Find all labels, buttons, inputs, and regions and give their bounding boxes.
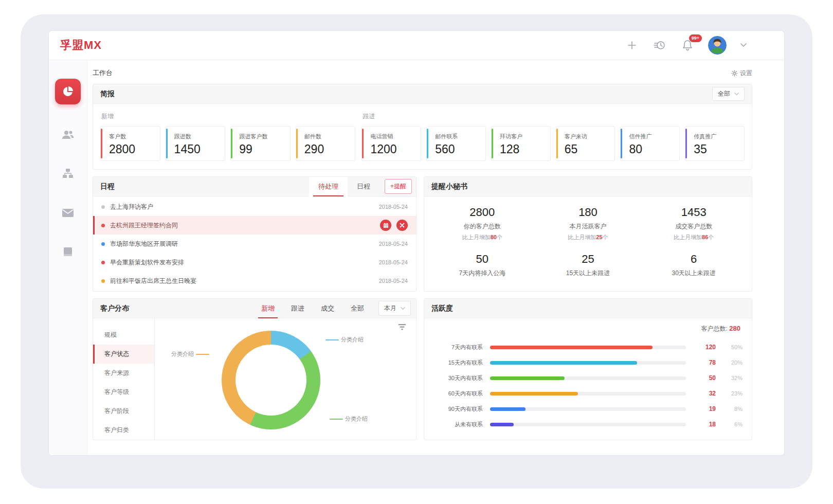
briefing-filter-dropdown[interactable]: 全部	[712, 87, 745, 101]
activity-row: 15天内有联系 78 20%	[433, 355, 743, 370]
customer-total: 客户总数: 280	[436, 325, 740, 333]
bar-fill	[490, 407, 526, 411]
tab-pending[interactable]: 待处理	[309, 177, 348, 196]
menu-item-customer-stage[interactable]: 客户阶段	[93, 402, 154, 421]
sidebar-item-mail[interactable]	[59, 204, 77, 222]
sidebar-item-dashboard[interactable]	[55, 79, 81, 104]
distribution-tabs: 新增 跟进 成交 全部	[253, 299, 372, 318]
add-reminder-button[interactable]: +提醒	[385, 179, 412, 194]
bar-fill	[490, 423, 514, 426]
history-icon[interactable]	[653, 38, 667, 52]
workbench-bar: 工作台 设置	[93, 66, 752, 80]
activity-row: 30天内有联系 50 32%	[433, 370, 743, 386]
distribution-panel: 客户分布 新增 跟进 成交 全部 本月	[93, 298, 416, 440]
activity-chart: 客户总数: 280 7天内有联系 120 50% 15天内有联系 78	[424, 318, 752, 435]
period-dropdown[interactable]: 本月	[378, 301, 411, 316]
donut-chart-area: 分类介绍 分类介绍 分类介绍	[155, 318, 416, 440]
topbar-actions: 99+	[625, 36, 747, 55]
schedule-tabs: 待处理 日程	[309, 177, 379, 196]
pie-chart-icon	[62, 85, 74, 98]
donut-chart	[222, 331, 320, 429]
dismiss-action-icon[interactable]	[396, 220, 408, 231]
menu-item-customer-status[interactable]: 客户状态	[93, 345, 154, 364]
bar-track	[490, 407, 686, 411]
status-dot	[101, 205, 105, 209]
sidebar-item-organization[interactable]	[59, 165, 77, 183]
bar-fill	[490, 376, 565, 380]
reminder-stat-public-pool: 50 7天内将掉入公海	[429, 253, 535, 280]
tab-new[interactable]: 新增	[253, 299, 283, 318]
stat-card-customers[interactable]: 客户数 2800	[100, 126, 160, 161]
group-label: 新增	[101, 112, 354, 121]
menu-item-scale[interactable]: 规模	[93, 326, 154, 345]
briefing-panel: 简报 全部 新增 客户数 2800	[93, 84, 752, 170]
sidebar-item-customers[interactable]	[59, 126, 77, 143]
reminder-stat-deal-customers: 1453 成交客户总数 比上月增加86个	[641, 206, 747, 241]
gear-icon	[731, 70, 738, 77]
distribution-menu: 规模 客户状态 客户来源 客户等级 客户阶段 客户归类	[93, 318, 155, 440]
briefing-title: 简报	[100, 89, 115, 99]
activity-title: 活跃度	[431, 304, 453, 313]
schedule-list: 去上海拜访客户 2018-05-24 去杭州跟王经理签约合同	[93, 196, 416, 291]
period-value: 本月	[384, 304, 396, 313]
reminder-stat-30days: 6 30天以上未跟进	[641, 253, 747, 280]
stat-card-followup-customers[interactable]: 跟进客户数 99	[230, 126, 291, 161]
sidebar-item-documents[interactable]	[59, 243, 77, 261]
bar-track	[490, 376, 686, 380]
stat-card-customer-visits[interactable]: 客户来访 65	[556, 126, 615, 161]
notification-badge: 99+	[689, 34, 702, 42]
schedule-title: 日程	[100, 182, 115, 191]
app-logo: 孚盟MX	[60, 38, 102, 53]
schedule-item[interactable]: 早会重新策划软件发布安排 2018-05-24	[93, 253, 416, 272]
briefing-group-new: 新增 客户数 2800 跟进数 1450	[100, 109, 355, 161]
donut-label-green: 分类介绍	[330, 415, 368, 423]
user-menu-chevron-icon[interactable]	[740, 38, 747, 52]
activity-panel: 活跃度 客户总数: 280 7天内有联系 120 50%	[424, 298, 752, 440]
activity-row: 60天内有联系 32 23%	[433, 386, 743, 401]
topbar: 孚盟MX 99+	[49, 31, 784, 60]
mail-icon	[62, 208, 74, 218]
schedule-panel: 日程 待处理 日程 +提醒 去上海拜访客户 2018-05-24	[93, 176, 416, 292]
group-label: 跟进	[363, 112, 744, 121]
sidebar	[49, 60, 87, 455]
distribution-title: 客户分布	[100, 304, 129, 313]
menu-item-customer-category[interactable]: 客户归类	[93, 421, 154, 440]
sitemap-icon	[62, 168, 74, 180]
stat-card-visits[interactable]: 拜访客户 128	[491, 126, 551, 161]
schedule-item[interactable]: 市场部华东地区开展调研 2018-05-24	[93, 235, 416, 253]
bar-fill	[490, 361, 637, 365]
filter-funnel-icon[interactable]	[397, 323, 407, 331]
schedule-item[interactable]: 去上海拜访客户 2018-05-24	[93, 197, 416, 216]
stat-card-followups[interactable]: 跟进数 1450	[166, 126, 226, 161]
settings-button[interactable]: 设置	[731, 69, 752, 78]
schedule-item[interactable]: 前往和平饭店出席王总生日晚宴 2018-05-24	[93, 272, 416, 290]
add-button[interactable]	[625, 38, 639, 52]
status-dot	[101, 242, 105, 246]
tab-deal[interactable]: 成交	[313, 299, 342, 318]
tab-all[interactable]: 全部	[342, 299, 372, 318]
activity-row: 7天内有联系 120 50%	[433, 339, 743, 355]
reminder-stat-active-customers: 180 本月活跃客户 比上月增加25个	[535, 206, 641, 241]
reminder-stats: 2800 你的客户总数 比上月增加80个 180 本月活跃客户 比上月增加25个…	[424, 196, 752, 285]
schedule-item-selected[interactable]: 去杭州跟王经理签约合同	[93, 216, 416, 235]
notifications-bell-icon[interactable]: 99+	[680, 38, 695, 52]
user-avatar[interactable]	[708, 36, 727, 55]
stat-card-fax-promo[interactable]: 传真推广 35	[685, 126, 745, 161]
bar-fill	[490, 346, 653, 349]
chevron-down-icon	[401, 307, 405, 310]
bar-fill	[490, 392, 578, 395]
bar-track	[490, 346, 686, 349]
tab-schedule[interactable]: 日程	[348, 177, 379, 196]
stat-card-email-contact[interactable]: 邮件联系 560	[426, 126, 486, 161]
reminder-stat-total-customers: 2800 你的客户总数 比上月增加80个	[429, 206, 535, 241]
stat-card-telemarketing[interactable]: 电话营销 1200	[361, 126, 421, 161]
main-content: 工作台 设置 简报 全部 新增	[87, 60, 784, 455]
calendar-action-icon[interactable]	[380, 220, 391, 231]
reminder-title: 提醒小秘书	[431, 182, 467, 191]
stat-card-letter-promo[interactable]: 信件推广 80	[620, 126, 680, 161]
stat-card-emails[interactable]: 邮件数 290	[296, 126, 356, 161]
menu-item-customer-level[interactable]: 客户等级	[93, 383, 154, 402]
bar-track	[490, 361, 686, 365]
menu-item-customer-source[interactable]: 客户来源	[93, 364, 154, 383]
tab-followup[interactable]: 跟进	[283, 299, 313, 318]
